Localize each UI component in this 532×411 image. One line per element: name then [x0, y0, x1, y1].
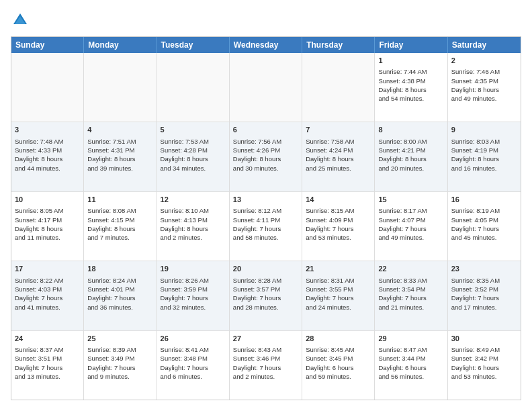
- day-8: 8Sunrise: 8:00 AMSunset: 4:21 PMDaylight…: [375, 122, 447, 191]
- day-info-line: Sunrise: 8:03 AM: [451, 137, 517, 146]
- header-day-saturday: Saturday: [448, 37, 521, 53]
- day-info-line: Sunset: 4:26 PM: [233, 146, 298, 154]
- day-info-line: and 2 minutes.: [233, 372, 298, 381]
- day-info-line: Daylight: 8 hours: [87, 154, 152, 163]
- day-info-line: Sunrise: 8:45 AM: [306, 345, 371, 354]
- day-number: 11: [87, 195, 152, 205]
- day-info-line: Daylight: 8 hours: [378, 154, 443, 163]
- day-info-line: Sunset: 4:13 PM: [161, 216, 226, 224]
- day-info-line: Daylight: 8 hours: [161, 224, 226, 233]
- day-info-line: and 45 minutes.: [451, 233, 517, 242]
- day-number: 19: [161, 264, 226, 274]
- day-27: 27Sunrise: 8:43 AMSunset: 3:46 PMDayligh…: [230, 331, 302, 400]
- day-info-line: and 59 minutes.: [306, 372, 371, 381]
- day-info-line: Sunrise: 8:49 AM: [451, 345, 517, 354]
- day-info-line: Sunset: 4:31 PM: [87, 146, 152, 154]
- day-info-line: Sunrise: 7:46 AM: [451, 67, 517, 76]
- day-info-line: Sunrise: 7:48 AM: [15, 137, 80, 146]
- day-info-line: and 49 minutes.: [378, 233, 443, 242]
- day-info-line: Sunrise: 8:17 AM: [378, 206, 443, 215]
- day-info-line: Sunrise: 7:56 AM: [233, 137, 298, 146]
- day-30: 30Sunrise: 8:49 AMSunset: 3:42 PMDayligh…: [448, 331, 521, 400]
- day-info-line: Daylight: 7 hours: [451, 224, 517, 233]
- day-info-line: Daylight: 8 hours: [306, 154, 371, 163]
- day-number: 27: [233, 334, 298, 344]
- day-info-line: and 17 minutes.: [451, 303, 517, 312]
- day-info-line: Sunset: 4:38 PM: [378, 77, 443, 85]
- day-2: 2Sunrise: 7:46 AMSunset: 4:35 PMDaylight…: [448, 53, 521, 122]
- day-21: 21Sunrise: 8:31 AMSunset: 3:55 PMDayligh…: [302, 261, 375, 330]
- day-info-line: Daylight: 6 hours: [451, 363, 517, 372]
- header-day-thursday: Thursday: [302, 37, 375, 53]
- day-info-line: Daylight: 7 hours: [378, 224, 443, 233]
- day-29: 29Sunrise: 8:47 AMSunset: 3:44 PMDayligh…: [375, 331, 447, 400]
- day-info-line: Sunrise: 8:31 AM: [306, 276, 371, 285]
- empty-cell-0-1: [84, 53, 157, 122]
- day-info-line: and 28 minutes.: [233, 303, 298, 312]
- day-info-line: and 41 minutes.: [15, 303, 80, 312]
- day-info-line: Sunset: 4:21 PM: [378, 146, 443, 154]
- day-info-line: and 53 minutes.: [306, 233, 371, 242]
- day-info-line: Sunset: 4:01 PM: [87, 285, 152, 293]
- day-17: 17Sunrise: 8:22 AMSunset: 4:03 PMDayligh…: [11, 261, 84, 330]
- calendar: SundayMondayTuesdayWednesdayThursdayFrid…: [11, 36, 521, 400]
- empty-cell-0-4: [302, 53, 375, 122]
- header-day-friday: Friday: [375, 37, 447, 53]
- day-info-line: Sunset: 4:35 PM: [451, 77, 517, 85]
- calendar-page: SundayMondayTuesdayWednesdayThursdayFrid…: [0, 0, 532, 411]
- day-info-line: and 58 minutes.: [233, 233, 298, 242]
- day-number: 14: [306, 195, 371, 205]
- day-info-line: Sunrise: 8:00 AM: [378, 137, 443, 146]
- day-info-line: Sunrise: 8:22 AM: [15, 276, 80, 285]
- day-info-line: and 21 minutes.: [378, 303, 443, 312]
- day-info-line: and 54 minutes.: [378, 94, 443, 103]
- day-info-line: Sunset: 4:07 PM: [378, 216, 443, 224]
- day-info-line: Sunset: 4:28 PM: [161, 146, 226, 154]
- day-number: 16: [451, 195, 517, 205]
- day-info-line: Daylight: 7 hours: [87, 293, 152, 302]
- day-info-line: Sunset: 3:57 PM: [233, 285, 298, 293]
- day-number: 3: [15, 125, 80, 135]
- day-info-line: and 25 minutes.: [306, 164, 371, 173]
- day-3: 3Sunrise: 7:48 AMSunset: 4:33 PMDaylight…: [11, 122, 84, 191]
- day-number: 9: [451, 125, 517, 135]
- day-info-line: and 13 minutes.: [15, 372, 80, 381]
- calendar-header: SundayMondayTuesdayWednesdayThursdayFrid…: [11, 37, 521, 53]
- day-11: 11Sunrise: 8:08 AMSunset: 4:15 PMDayligh…: [84, 192, 157, 261]
- day-info-line: Sunrise: 8:43 AM: [233, 345, 298, 354]
- day-info-line: and 6 minutes.: [161, 372, 226, 381]
- empty-cell-0-0: [11, 53, 84, 122]
- day-info-line: and 53 minutes.: [451, 372, 517, 381]
- day-number: 22: [378, 264, 443, 274]
- day-info-line: Daylight: 7 hours: [378, 293, 443, 302]
- day-info-line: Daylight: 7 hours: [306, 224, 371, 233]
- day-info-line: Sunrise: 8:08 AM: [87, 206, 152, 215]
- day-info-line: Daylight: 8 hours: [87, 224, 152, 233]
- day-info-line: Daylight: 6 hours: [306, 363, 371, 372]
- day-info-line: Sunset: 4:15 PM: [87, 216, 152, 224]
- day-info-line: Daylight: 8 hours: [451, 85, 517, 94]
- day-info-line: Sunset: 4:33 PM: [15, 146, 80, 154]
- header-day-sunday: Sunday: [11, 37, 84, 53]
- day-info-line: Sunrise: 8:12 AM: [233, 206, 298, 215]
- day-info-line: Sunset: 3:54 PM: [378, 285, 443, 293]
- day-info-line: and 56 minutes.: [378, 372, 443, 381]
- day-info-line: Sunrise: 8:10 AM: [161, 206, 226, 215]
- day-number: 30: [451, 334, 517, 344]
- day-info-line: and 16 minutes.: [451, 164, 517, 173]
- day-info-line: Daylight: 8 hours: [451, 154, 517, 163]
- day-info-line: Sunset: 4:19 PM: [451, 146, 517, 154]
- day-info-line: Daylight: 8 hours: [378, 85, 443, 94]
- day-26: 26Sunrise: 8:41 AMSunset: 3:48 PMDayligh…: [157, 331, 230, 400]
- day-22: 22Sunrise: 8:33 AMSunset: 3:54 PMDayligh…: [375, 261, 447, 330]
- day-28: 28Sunrise: 8:45 AMSunset: 3:45 PMDayligh…: [302, 331, 375, 400]
- day-13: 13Sunrise: 8:12 AMSunset: 4:11 PMDayligh…: [230, 192, 302, 261]
- day-info-line: Daylight: 7 hours: [15, 363, 80, 372]
- day-number: 25: [87, 334, 152, 344]
- day-info-line: Sunrise: 8:28 AM: [233, 276, 298, 285]
- week-row-1: 1Sunrise: 7:44 AMSunset: 4:38 PMDaylight…: [11, 53, 521, 122]
- day-info-line: and 30 minutes.: [233, 164, 298, 173]
- day-number: 17: [15, 264, 80, 274]
- day-20: 20Sunrise: 8:28 AMSunset: 3:57 PMDayligh…: [230, 261, 302, 330]
- day-info-line: Sunrise: 8:47 AM: [378, 345, 443, 354]
